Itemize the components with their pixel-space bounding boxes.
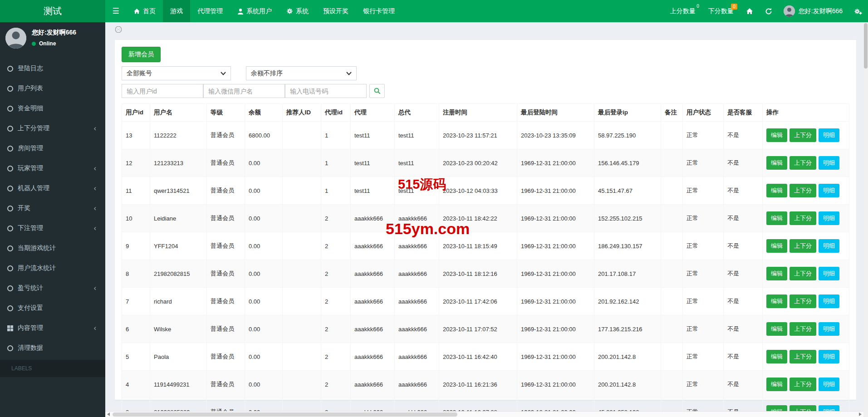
detail-button[interactable]: 明细 bbox=[819, 322, 839, 336]
updown-score-button[interactable]: 上下分 bbox=[790, 378, 816, 391]
sidebar-item[interactable]: 内容管理‹ bbox=[0, 318, 105, 338]
refresh-icon[interactable] bbox=[759, 0, 778, 22]
detail-button[interactable]: 明细 bbox=[819, 267, 839, 280]
sidebar-item[interactable]: 当期游戏统计 bbox=[0, 238, 105, 258]
edit-button[interactable]: 编辑 bbox=[766, 322, 787, 336]
updown-score-button[interactable]: 上下分 bbox=[790, 156, 816, 170]
gears-icon[interactable] bbox=[848, 0, 868, 22]
sidebar-item[interactable]: 开奖‹ bbox=[0, 198, 105, 218]
sidebar-item-label: 支付设置 bbox=[18, 304, 43, 312]
vertical-scroll-thumb[interactable] bbox=[864, 23, 868, 69]
cell-last-login: 1969-12-31 21:00:00 bbox=[517, 343, 594, 371]
nav-item[interactable]: 系统 bbox=[279, 0, 316, 22]
cell-is-service: 不是 bbox=[724, 149, 763, 177]
column-header: 推荐人ID bbox=[283, 104, 321, 122]
up-score-counter[interactable]: 上分数量 0 bbox=[664, 0, 702, 22]
nav-item[interactable]: 预设开奖 bbox=[316, 0, 356, 22]
nav-item[interactable]: 银行卡管理 bbox=[356, 0, 402, 22]
chevron-left-icon: ‹ bbox=[94, 226, 96, 231]
sidebar-item[interactable]: 玩家管理‹ bbox=[0, 158, 105, 178]
sidebar-item-label: 房间管理 bbox=[18, 144, 43, 152]
updown-score-button[interactable]: 上下分 bbox=[790, 239, 816, 253]
scroll-left-arrow-icon[interactable] bbox=[105, 412, 112, 417]
detail-button[interactable]: 明细 bbox=[819, 378, 839, 391]
detail-button[interactable]: 明细 bbox=[819, 128, 839, 142]
down-score-counter[interactable]: 下分数量 0 bbox=[702, 0, 740, 22]
cell-remark bbox=[661, 260, 683, 288]
horizontal-scroll-thumb[interactable] bbox=[113, 412, 457, 417]
sidebar-item[interactable]: 用户列表 bbox=[0, 78, 105, 98]
updown-score-button[interactable]: 上下分 bbox=[790, 267, 816, 280]
wechat-name-input[interactable] bbox=[203, 84, 285, 98]
edit-button[interactable]: 编辑 bbox=[766, 294, 787, 308]
cell-balance: 0.00 bbox=[245, 177, 283, 205]
detail-button[interactable]: 明细 bbox=[819, 211, 839, 225]
user-menu[interactable]: 您好:发财啊666 bbox=[778, 0, 848, 22]
nav-item[interactable]: 系统用户 bbox=[230, 0, 279, 22]
home-icon[interactable] bbox=[740, 0, 759, 22]
account-filter-value: 全部账号 bbox=[127, 69, 152, 78]
search-row bbox=[122, 84, 849, 98]
cell-agent: test11 bbox=[351, 149, 395, 177]
sidebar-item[interactable]: 房间管理 bbox=[0, 138, 105, 158]
edit-button[interactable]: 编辑 bbox=[766, 128, 787, 142]
account-filter-select[interactable]: 全部账号 bbox=[122, 66, 231, 80]
sidebar-item[interactable]: 下注管理‹ bbox=[0, 218, 105, 238]
sidebar-item-label: 开奖 bbox=[18, 204, 30, 212]
nav-item[interactable]: 游戏 bbox=[163, 0, 190, 22]
table-row: 821982082815普通会员0.002aaakkk666aaakkk6662… bbox=[122, 260, 849, 288]
sidebar-item[interactable]: 清理数据 bbox=[0, 338, 105, 358]
nav-item-label: 代理管理 bbox=[197, 7, 223, 15]
detail-button[interactable]: 明细 bbox=[819, 294, 839, 308]
nav-item[interactable]: 代理管理 bbox=[190, 0, 230, 22]
grid-icon bbox=[7, 325, 13, 331]
breadcrumb bbox=[105, 22, 868, 38]
sidebar-item[interactable]: 支付设置 bbox=[0, 298, 105, 318]
cell-username: Paola bbox=[150, 343, 207, 371]
sidebar-item[interactable]: 盈亏统计‹ bbox=[0, 278, 105, 298]
cell-reg-time: 2023-10-11 17:42:06 bbox=[439, 288, 517, 315]
cell-level: 普通会员 bbox=[207, 371, 245, 398]
horizontal-scrollbar[interactable] bbox=[105, 411, 863, 417]
search-button[interactable] bbox=[369, 84, 385, 98]
vertical-scrollbar[interactable] bbox=[863, 22, 868, 417]
cell-is-service: 不是 bbox=[724, 260, 763, 288]
edit-button[interactable]: 编辑 bbox=[766, 211, 787, 225]
edit-button[interactable]: 编辑 bbox=[766, 239, 787, 253]
nav-item[interactable]: 首页 bbox=[126, 0, 163, 22]
cell-status: 正常 bbox=[683, 343, 724, 371]
phone-input[interactable] bbox=[285, 84, 367, 98]
updown-score-button[interactable]: 上下分 bbox=[790, 350, 816, 363]
cell-last-login: 2023-10-23 13:35:09 bbox=[517, 122, 594, 149]
updown-score-button[interactable]: 上下分 bbox=[790, 322, 816, 336]
scroll-right-arrow-icon[interactable] bbox=[857, 412, 863, 417]
edit-button[interactable]: 编辑 bbox=[766, 184, 787, 197]
sidebar-item[interactable]: 机器人管理‹ bbox=[0, 178, 105, 198]
updown-score-button[interactable]: 上下分 bbox=[790, 294, 816, 308]
cell-remark bbox=[661, 177, 683, 205]
edit-button[interactable]: 编辑 bbox=[766, 378, 787, 391]
sidebar-item[interactable]: 资金明细 bbox=[0, 98, 105, 118]
column-header: 等级 bbox=[207, 104, 245, 122]
updown-score-button[interactable]: 上下分 bbox=[790, 128, 816, 142]
cell-level: 普通会员 bbox=[207, 343, 245, 371]
detail-button[interactable]: 明细 bbox=[819, 239, 839, 253]
table-row: 131122222普通会员6800.001test11test112023-10… bbox=[122, 122, 849, 149]
sidebar-toggle-icon[interactable]: ☰ bbox=[105, 0, 126, 22]
user-id-input[interactable] bbox=[122, 84, 203, 98]
sidebar-item-label: 上下分管理 bbox=[18, 124, 49, 132]
balance-sort-select[interactable]: 余额不排序 bbox=[246, 66, 357, 80]
sidebar-item[interactable]: 登陆日志 bbox=[0, 59, 105, 78]
edit-button[interactable]: 编辑 bbox=[766, 267, 787, 280]
cell-remark bbox=[661, 122, 683, 149]
detail-button[interactable]: 明细 bbox=[819, 156, 839, 170]
updown-score-button[interactable]: 上下分 bbox=[790, 211, 816, 225]
detail-button[interactable]: 明细 bbox=[819, 350, 839, 363]
edit-button[interactable]: 编辑 bbox=[766, 156, 787, 170]
sidebar-item[interactable]: 上下分管理‹ bbox=[0, 118, 105, 138]
add-member-button[interactable]: 新增会员 bbox=[122, 47, 161, 62]
updown-score-button[interactable]: 上下分 bbox=[790, 184, 816, 197]
sidebar-item[interactable]: 用户流水统计 bbox=[0, 258, 105, 278]
detail-button[interactable]: 明细 bbox=[819, 184, 839, 197]
edit-button[interactable]: 编辑 bbox=[766, 350, 787, 363]
